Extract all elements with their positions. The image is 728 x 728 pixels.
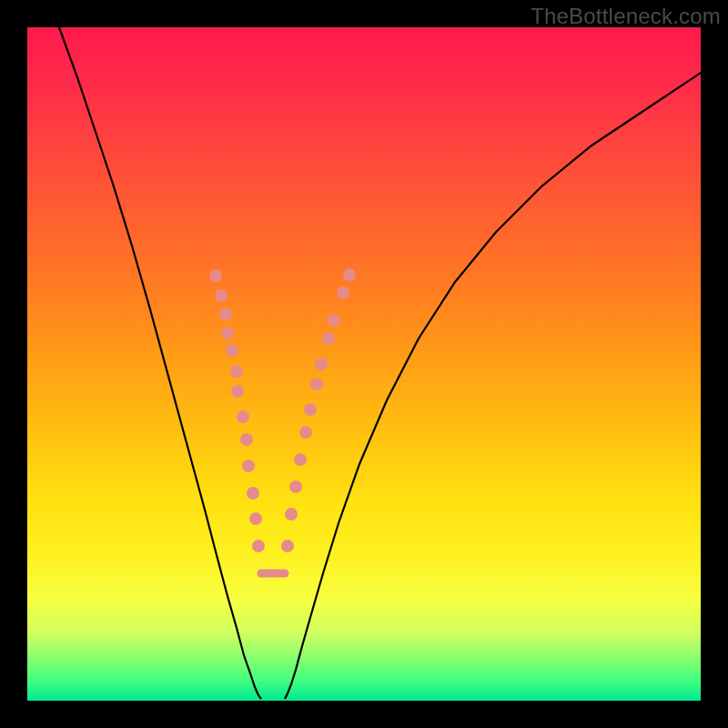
data-point-dot xyxy=(252,540,265,552)
data-point-dot xyxy=(237,410,249,423)
curve-left xyxy=(59,27,261,699)
data-point-dot xyxy=(215,289,228,302)
dots-left-group xyxy=(209,269,265,552)
data-point-dot xyxy=(337,287,349,299)
data-point-dot xyxy=(247,487,259,500)
data-point-dot xyxy=(310,378,323,390)
data-point-dot xyxy=(209,269,222,282)
data-point-dot xyxy=(285,508,298,521)
data-point-dot xyxy=(294,453,307,466)
watermark-text: TheBottleneck.com xyxy=(531,4,721,29)
data-point-dot xyxy=(322,332,335,345)
data-point-dot xyxy=(289,480,302,493)
data-point-dot xyxy=(226,344,238,357)
data-point-dot xyxy=(219,308,232,320)
dots-right-group xyxy=(281,268,356,552)
data-point-dot xyxy=(315,358,328,370)
data-point-dot xyxy=(240,433,253,446)
data-point-dot xyxy=(242,460,255,472)
curve-right xyxy=(285,73,701,699)
chart-frame xyxy=(27,27,701,701)
data-point-dot xyxy=(343,268,356,281)
bottleneck-curve-chart xyxy=(27,27,701,701)
data-point-dot xyxy=(304,403,317,416)
data-point-dot xyxy=(281,540,294,552)
data-point-dot xyxy=(221,327,234,339)
data-point-dot xyxy=(230,365,243,378)
data-point-dot xyxy=(328,314,340,327)
data-point-dot xyxy=(249,512,262,525)
data-point-dot xyxy=(231,385,244,398)
data-point-dot xyxy=(299,426,312,439)
